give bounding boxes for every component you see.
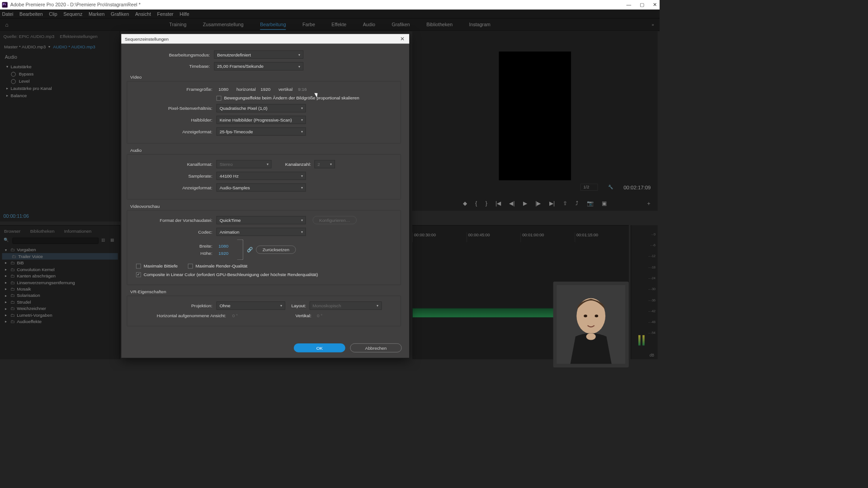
- add-marker-icon[interactable]: ◆: [463, 200, 467, 206]
- menu-bar: Datei Bearbeiten Clip Sequenz Marken Gra…: [0, 9, 660, 19]
- samplerate-dropdown[interactable]: 44100 Hz▾: [217, 172, 306, 180]
- maximize-button[interactable]: ▢: [639, 2, 645, 8]
- composite-linear-checkbox[interactable]: [136, 272, 141, 277]
- close-icon[interactable]: ✕: [399, 36, 406, 42]
- meter-tick: - -18: [635, 265, 656, 269]
- ws-tab-effects[interactable]: Effekte: [331, 19, 346, 30]
- menu-datei[interactable]: Datei: [2, 11, 14, 17]
- max-render-checkbox[interactable]: [188, 263, 193, 268]
- button-editor-icon[interactable]: ＋: [646, 200, 651, 207]
- channel-format-label: Kanalformat:: [127, 162, 217, 167]
- chevron-down-icon[interactable]: ▾: [48, 45, 50, 49]
- codec-dropdown[interactable]: Animation▾: [217, 228, 306, 236]
- wrench-icon[interactable]: 🔧: [608, 185, 613, 190]
- ws-tab-editing[interactable]: Bearbeitung: [260, 19, 286, 30]
- window-title: Adobe Premiere Pro 2020 - D:\Premiere Pr…: [10, 2, 141, 8]
- search-icon[interactable]: 🔍: [4, 238, 10, 244]
- effect-balance[interactable]: ▸Balance: [3, 92, 117, 99]
- video-section-label: Video: [130, 75, 403, 80]
- ok-button[interactable]: OK: [294, 343, 345, 352]
- step-fwd-icon[interactable]: |▶: [535, 200, 541, 206]
- aspect-ratio-label: 9:16: [298, 87, 307, 92]
- audio-display-format-label: Anzeigeformat:: [127, 185, 217, 190]
- mark-in-icon[interactable]: {: [475, 200, 477, 206]
- link-icon[interactable]: 🔗: [247, 247, 253, 252]
- projection-dropdown[interactable]: Ohne▾: [217, 301, 285, 310]
- tree-bib[interactable]: ▸🗀BiB: [2, 260, 118, 266]
- audio-display-format-dropdown[interactable]: Audio-Samples▾: [217, 183, 306, 192]
- preview-width-input[interactable]: 1080: [217, 244, 234, 249]
- export-frame-icon[interactable]: 📷: [587, 200, 594, 206]
- ws-tab-audio[interactable]: Audio: [363, 19, 375, 30]
- menu-sequenz[interactable]: Sequenz: [63, 11, 82, 17]
- play-icon[interactable]: ▶: [523, 200, 527, 206]
- preview-height-input[interactable]: 1920: [217, 251, 234, 256]
- tree-mosaik[interactable]: ▸🗀Mosaik: [2, 286, 118, 292]
- max-bitdepth-checkbox[interactable]: [136, 263, 141, 268]
- tree-presets[interactable]: ▾🗀Vorgaben: [2, 247, 118, 253]
- ws-tab-libraries[interactable]: Bibliotheken: [426, 19, 453, 30]
- tree-twirl[interactable]: ▸🗀Strudel: [2, 299, 118, 305]
- frame-height-input[interactable]: 1920: [259, 87, 276, 92]
- minimize-button[interactable]: —: [626, 2, 632, 8]
- home-icon[interactable]: ⌂: [0, 22, 14, 28]
- effect-volume[interactable]: ▾Lautstärke: [3, 63, 117, 70]
- effect-level[interactable]: ◯Level: [3, 78, 117, 85]
- effect-bypass[interactable]: ◯Bypass: [3, 70, 117, 78]
- ws-tab-training[interactable]: Training: [169, 19, 186, 30]
- menu-clip[interactable]: Clip: [49, 11, 57, 17]
- lift-icon[interactable]: ⇪: [563, 200, 567, 206]
- ws-tab-color[interactable]: Farbe: [302, 19, 315, 30]
- tree-lumetri[interactable]: ▸🗀Lumetri-Vorgaben: [2, 312, 118, 318]
- clip-link[interactable]: AUDIO * AUDIO.mp3: [53, 44, 95, 49]
- scale-motion-checkbox[interactable]: [217, 96, 222, 101]
- timebase-dropdown[interactable]: 25,00 Frames/Sekunde▾: [214, 62, 303, 70]
- new-preset-icon[interactable]: ▦: [110, 238, 117, 244]
- effect-channel-volume[interactable]: ▸Lautstärke pro Kanal: [3, 85, 117, 92]
- effects-browser-panel: Browser Bibliotheken Informationen 🔍 ▥ ▦…: [0, 225, 120, 359]
- step-back-icon[interactable]: ◀|: [509, 200, 514, 206]
- tree-lens[interactable]: ▸🗀Linsenverzerrungsentfernung: [2, 279, 118, 286]
- new-bin-icon[interactable]: ▥: [101, 238, 108, 244]
- menu-marken[interactable]: Marken: [89, 11, 104, 17]
- ws-tab-assembly[interactable]: Zusammenstellung: [203, 19, 244, 30]
- close-window-button[interactable]: ✕: [652, 2, 657, 8]
- transport-controls: ◆ { } |◀ ◀| ▶ |▶ ▶| ⇪ ⤴ 📷 ▣ ＋: [412, 196, 658, 211]
- tab-source[interactable]: Quelle: EPIC AUDIO.mp3: [4, 33, 55, 38]
- fields-dropdown[interactable]: Keine Halbbilder (Progressive-Scan)▾: [217, 116, 306, 124]
- tab-info[interactable]: Informationen: [64, 228, 91, 233]
- mark-out-icon[interactable]: }: [486, 200, 487, 206]
- tree-audioeffects[interactable]: ▸🗀Audioeffekte: [2, 319, 118, 325]
- comparison-icon[interactable]: ▣: [602, 200, 607, 206]
- reset-button[interactable]: Zurücksetzen: [256, 245, 296, 253]
- tree-trailer-voice[interactable]: 🗀Trailer Voice: [2, 253, 118, 259]
- tree-convolution[interactable]: ▸🗀Convolution Kernel: [2, 266, 118, 272]
- menu-ansicht[interactable]: Ansicht: [135, 11, 151, 17]
- par-dropdown[interactable]: Quadratische Pixel (1,0)▾: [217, 104, 306, 112]
- preview-format-dropdown[interactable]: QuickTime▾: [217, 216, 306, 224]
- menu-bearbeiten[interactable]: Bearbeiten: [19, 11, 42, 17]
- edit-mode-dropdown[interactable]: Benutzerdefiniert▾: [214, 51, 303, 59]
- ws-tab-graphics[interactable]: Grafiken: [392, 19, 410, 30]
- search-input[interactable]: [12, 238, 99, 244]
- tab-browser[interactable]: Browser: [4, 228, 20, 233]
- frame-width-input[interactable]: 1080: [217, 87, 234, 92]
- tree-solar[interactable]: ▸🗀Solarisation: [2, 292, 118, 299]
- video-display-format-dropdown[interactable]: 25-fps-Timecode▾: [217, 127, 306, 136]
- go-out-icon[interactable]: ▶|: [549, 200, 555, 206]
- tree-bevel[interactable]: ▸🗀Kanten abschrägen: [2, 272, 118, 279]
- zoom-level[interactable]: 1/2: [580, 184, 598, 191]
- tab-effect-settings[interactable]: Effekteinstellungen: [60, 33, 97, 38]
- menu-fenster[interactable]: Fenster: [157, 11, 174, 17]
- cancel-button[interactable]: Abbrechen: [350, 343, 401, 352]
- ws-tab-instagram[interactable]: Instagram: [469, 19, 491, 30]
- workspace-overflow-icon[interactable]: »: [646, 22, 660, 27]
- extract-icon[interactable]: ⤴: [576, 200, 578, 206]
- tab-libraries[interactable]: Bibliotheken: [30, 228, 55, 233]
- scale-motion-label: Bewegungseffekte beim Ändern der Bildgrö…: [224, 95, 359, 100]
- menu-hilfe[interactable]: Hilfe: [179, 11, 189, 17]
- time-ruler[interactable]: 00:00:30:00 00:00:45:00 00:01:00:00 00:0…: [412, 233, 629, 242]
- go-in-icon[interactable]: |◀: [495, 200, 501, 206]
- menu-grafiken[interactable]: Grafiken: [111, 11, 129, 17]
- tree-blur[interactable]: ▸🗀Weichzeichner: [2, 305, 118, 312]
